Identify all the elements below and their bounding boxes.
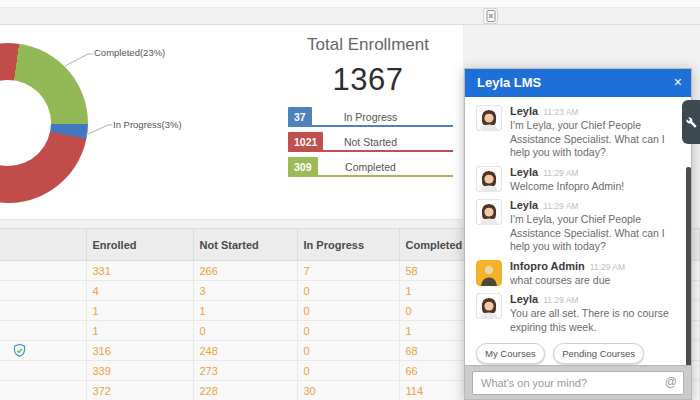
legend-value-badge: 1021 (288, 132, 323, 152)
cell-not-started: 273 (193, 361, 297, 381)
message-time: 11:29 AM (543, 201, 578, 211)
message-sender: Leyla11:23 AM (510, 105, 681, 117)
quick-reply-chips: My Courses Pending Courses Courses Due T… (465, 337, 691, 365)
chat-message: Leyla11:29 AM I'm Leyla, your Chief Peop… (465, 196, 691, 257)
cell-in-progress: 30 (297, 381, 399, 400)
message-text: I'm Leyla, your Chief People Assistance … (510, 213, 681, 254)
settings-tab[interactable] (682, 100, 700, 144)
cell-enrolled: 316 (86, 341, 193, 361)
message-time: 11:29 AM (543, 295, 578, 305)
column-header-enrolled[interactable]: Enrolled (86, 229, 193, 261)
chat-message-input[interactable] (472, 371, 684, 395)
message-text: You are all set. There is no course expi… (510, 307, 681, 334)
cell-enrolled: 372 (86, 381, 193, 400)
cell-in-progress: 0 (297, 341, 399, 361)
message-sender: Leyla11:29 AM (510, 199, 681, 211)
message-time: 11:23 AM (543, 107, 578, 117)
donut-label-completed: Completed(23%) (94, 47, 165, 58)
column-header-in-progress[interactable]: In Progress (297, 229, 399, 261)
cell-enrolled: 4 (86, 281, 193, 301)
enrollment-donut-chart[interactable] (0, 43, 88, 203)
chat-message: Infopro Admin11:29 AM what courses are d… (465, 257, 691, 291)
at-sign-icon[interactable]: @ (665, 375, 677, 389)
leyla-avatar (476, 105, 502, 131)
column-header-name[interactable] (0, 229, 86, 261)
message-text: I'm Leyla, your Chief People Assistance … (510, 119, 681, 160)
cell-enrolled: 331 (86, 261, 193, 281)
message-text: what courses are due (510, 274, 681, 288)
lms-dashboard-screen: Completed(23%) In Progress(3%) Total Enr… (0, 0, 700, 400)
legend-row-not-started[interactable]: 1021 Not Started (288, 132, 453, 152)
cell-enrolled: 339 (86, 361, 193, 381)
legend-value-badge: 309 (288, 157, 318, 177)
cell-in-progress: 0 (297, 281, 399, 301)
cell-in-progress: 7 (297, 261, 399, 281)
legend-label: In Progress (344, 111, 398, 123)
summary-total-value: 1367 (273, 62, 463, 98)
wrench-icon (686, 117, 697, 128)
legend-label: Not Started (344, 136, 397, 148)
legend-label: Completed (345, 161, 396, 173)
chat-message-list[interactable]: Leyla11:23 AM I'm Leyla, your Chief Peop… (465, 97, 691, 365)
enrollment-summary: Total Enrollment 1367 (273, 35, 463, 98)
leyla-avatar (476, 199, 502, 225)
cell-in-progress: 0 (297, 301, 399, 321)
legend-row-completed[interactable]: 309 Completed (288, 157, 453, 177)
infopro-admin-avatar (476, 260, 502, 286)
chip-my-courses[interactable]: My Courses (476, 343, 545, 364)
leyla-avatar (476, 166, 502, 192)
chat-message: Leyla11:29 AM Welcome Infopro Admin! (465, 163, 691, 197)
cell-not-started: 266 (193, 261, 297, 281)
cell-not-started: 1 (193, 301, 297, 321)
chat-input-bar: @ (465, 365, 691, 399)
enrollment-chart-card: Completed(23%) In Progress(3%) Total Enr… (0, 25, 463, 220)
chat-header[interactable]: Leyla LMS × (465, 69, 691, 97)
cell-in-progress: 0 (297, 361, 399, 381)
summary-title: Total Enrollment (273, 35, 463, 55)
message-sender: Leyla11:29 AM (510, 293, 681, 305)
shield-check-icon (12, 343, 27, 358)
donut-label-in-progress: In Progress(3%) (113, 119, 182, 130)
chat-title: Leyla LMS (465, 69, 691, 97)
report-toolbar (0, 8, 700, 25)
message-text: Welcome Infopro Admin! (510, 180, 681, 194)
chip-pending-courses[interactable]: Pending Courses (553, 343, 644, 364)
message-sender: Infopro Admin11:29 AM (510, 260, 681, 272)
cell-not-started: 248 (193, 341, 297, 361)
legend-row-in-progress[interactable]: 37 In Progress (288, 107, 453, 127)
legend-value-badge: 37 (288, 107, 312, 127)
leyla-chat-widget: Leyla LMS × Leyla11:23 AM I'm Leyla, you… (464, 68, 692, 400)
message-time: 11:29 AM (543, 168, 578, 178)
export-to-excel-icon (486, 10, 496, 22)
message-time: 11:29 AM (590, 262, 625, 272)
message-sender: Leyla11:29 AM (510, 166, 681, 178)
leyla-avatar (476, 293, 502, 319)
cell-not-started: 0 (193, 321, 297, 341)
cell-enrolled: 1 (86, 321, 193, 341)
chat-scrollbar[interactable] (686, 167, 691, 365)
export-button[interactable] (483, 8, 498, 24)
cell-not-started: 3 (193, 281, 297, 301)
cell-not-started: 228 (193, 381, 297, 400)
top-strip (0, 0, 700, 8)
chat-message: Leyla11:23 AM I'm Leyla, your Chief Peop… (465, 102, 691, 163)
cell-in-progress: 0 (297, 321, 399, 341)
chat-message: Leyla11:29 AM You are all set. There is … (465, 290, 691, 337)
cell-enrolled: 1 (86, 301, 193, 321)
column-header-not-started[interactable]: Not Started (193, 229, 297, 261)
close-icon[interactable]: × (674, 69, 682, 96)
enrollment-legend: 37 In Progress 1021 Not Started 309 Comp… (288, 107, 453, 182)
